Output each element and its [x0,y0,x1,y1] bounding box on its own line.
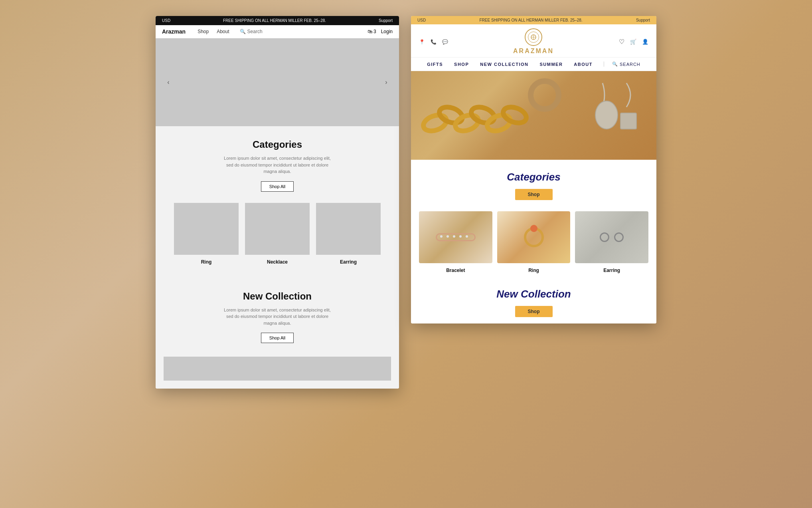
right-cat-bracelet-thumb [419,211,492,263]
left-cat-necklace-thumb [245,203,310,255]
right-nav-gifts[interactable]: GIFTS [427,62,443,67]
left-categories-desc: Lorem ipsum dolor sit amet, consectetur … [221,155,333,175]
left-cart-icon[interactable]: 🛍 3 [367,29,376,34]
left-login-btn[interactable]: Login [381,29,393,34]
cart-icon[interactable] [630,38,636,46]
right-new-collection-title: New Collection [419,288,648,300]
right-cat-bracelet-label: Bracelet [446,268,465,273]
earring-visual [600,232,624,242]
right-categories-title: Categories [419,171,648,183]
left-cat-necklace-label: Necklace [267,259,288,265]
right-logo-inner [528,32,539,43]
nav-search-icon [612,62,618,67]
right-categories-shop-btn[interactable]: Shop [515,189,553,200]
right-promo: FREE SHIPPING ON ALL HERMAN MILLER FEB. … [480,18,583,22]
message-icon[interactable] [442,38,448,45]
left-cat-earring-thumb [316,203,381,255]
left-nav-shop[interactable]: Shop [198,29,209,34]
left-search-placeholder: Search [247,29,263,34]
left-nav-about[interactable]: About [217,29,229,34]
right-top-bar: USD FREE SHIPPING ON ALL HERMAN MILLER F… [411,16,656,24]
left-navbar: Arazman Shop About 🔍 Search 🛍 3 Login [156,25,399,38]
right-nav-about[interactable]: ABOUT [574,62,593,67]
left-new-collection-shop-btn[interactable]: Shop All [261,333,294,343]
svg-point-6 [469,104,497,126]
right-logo-circle [525,28,542,46]
left-cat-ring-label: Ring [201,259,212,265]
svg-point-10 [595,101,618,129]
right-support[interactable]: Support [636,18,650,22]
left-cart-login: 🛍 3 Login [367,29,393,34]
right-cat-earring-label: Earring [603,268,620,273]
right-cat-ring-label: Ring [528,268,539,273]
svg-point-4 [437,104,465,126]
left-categories: Categories Lorem ipsum dolor sit amet, c… [156,126,399,278]
right-currency: USD [417,18,426,22]
right-cat-earring: Earring [575,211,648,274]
left-cat-ring-thumb [174,203,239,255]
search-icon: 🔍 [240,29,246,34]
screen-left: USD FREE SHIPPING ON ALL HERMAN MILLER F… [156,16,399,389]
left-cat-necklace: Necklace [245,203,310,265]
right-nav-new-collection[interactable]: NEW COLLECTION [480,62,528,67]
left-hero-next[interactable]: › [381,77,391,87]
left-top-bar: USD FREE SHIPPING ON ALL HERMAN MILLER F… [156,16,399,25]
pin-icon[interactable] [419,38,425,45]
svg-point-5 [453,112,481,134]
left-currency: USD [162,18,170,23]
screens-container: USD FREE SHIPPING ON ALL HERMAN MILLER F… [140,0,672,508]
left-logo[interactable]: Arazman [162,28,186,35]
left-cat-earring-label: Earring [340,259,357,265]
right-cat-ring: Ring [497,211,571,274]
right-cat-bracelet: Bracelet [419,211,492,274]
right-main-nav: GIFTS SHOP NEW COLLECTION SUMMER ABOUT S… [411,57,656,71]
phone-icon[interactable] [431,38,437,45]
right-nav-summer[interactable]: SUMMER [539,62,563,67]
left-hero: ‹ › [156,38,399,126]
right-left-icons [419,38,448,45]
right-cat-ring-thumb [497,211,571,263]
left-product-preview [164,357,391,381]
ring-visual [524,227,544,247]
left-promo: FREE SHIPPING ON ALL HERMAN MILLER FEB. … [223,18,326,23]
screen-right: USD FREE SHIPPING ON ALL HERMAN MILLER F… [411,16,656,323]
user-icon[interactable] [642,38,648,46]
left-shop-all-btn[interactable]: Shop All [261,181,294,192]
svg-point-7 [485,112,513,134]
right-brand-name: ARAZMAN [513,48,554,55]
right-icon-bar: ARAZMAN [411,24,656,57]
svg-rect-11 [620,113,636,129]
left-categories-title: Categories [164,139,391,150]
left-cat-ring: Ring [174,203,239,265]
right-nav-search[interactable]: SEARCH [604,62,640,67]
left-cat-earring: Earring [316,203,381,265]
right-new-collection-shop-btn[interactable]: Shop [515,306,553,317]
left-new-collection-desc: Lorem ipsum dolor sit amet, consectetur … [221,307,333,327]
left-category-grid: Ring Necklace Earring [164,203,391,265]
left-support[interactable]: Support [379,18,393,23]
left-search-area[interactable]: 🔍 Search [240,29,263,34]
right-new-collection: New Collection Shop [411,280,656,323]
right-cat-earring-thumb [575,211,648,263]
right-brand-logo: ARAZMAN [513,28,554,55]
logo-svg [530,34,537,40]
earring-piece-left [600,232,609,242]
right-nav-search-label: SEARCH [620,62,640,67]
heart-icon[interactable] [619,38,624,46]
right-right-icons [619,38,648,46]
earring-piece-right [614,232,624,242]
hero-jewelry-svg [411,71,656,160]
svg-point-8 [501,104,529,126]
left-hero-prev[interactable]: ‹ [164,77,173,87]
right-hero [411,71,656,160]
right-categories: Categories Shop Bracelet Ring [411,160,656,280]
left-new-collection: New Collection Lorem ipsum dolor sit ame… [156,278,399,389]
right-nav-shop[interactable]: SHOP [454,62,469,67]
left-new-collection-title: New Collection [164,291,391,302]
right-category-grid: Bracelet Ring Earring [419,211,648,274]
svg-point-3 [421,112,449,134]
bracelet-visual [436,233,476,241]
svg-point-9 [531,81,559,109]
